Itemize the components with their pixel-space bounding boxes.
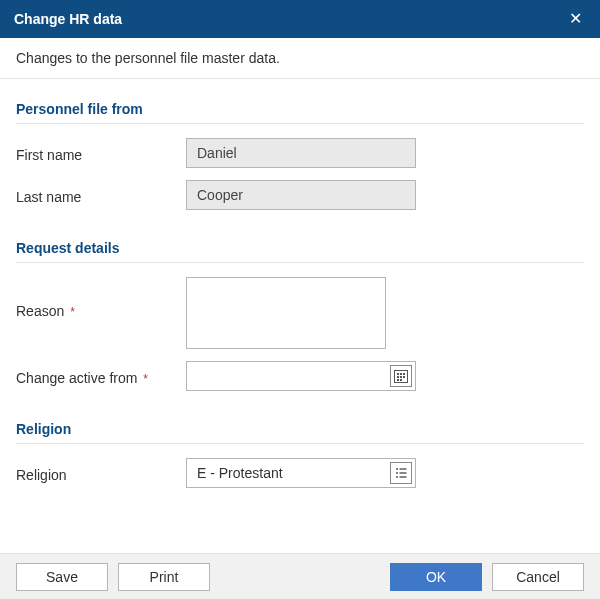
svg-rect-7 — [397, 379, 399, 381]
dialog-footer: Save Print OK Cancel — [0, 553, 600, 599]
svg-rect-4 — [397, 376, 399, 378]
svg-rect-5 — [400, 376, 402, 378]
required-marker: * — [70, 305, 75, 319]
list-picker-icon[interactable] — [390, 462, 412, 484]
svg-rect-2 — [400, 373, 402, 375]
religion-field[interactable] — [186, 458, 416, 488]
svg-point-11 — [396, 472, 398, 474]
label-change-active-from: Change active from * — [16, 366, 186, 386]
change-active-from-field[interactable] — [186, 361, 416, 391]
svg-rect-1 — [397, 373, 399, 375]
label-last-name: Last name — [16, 185, 186, 205]
label-reason-text: Reason — [16, 303, 64, 319]
dialog-titlebar: Change HR data ✕ — [0, 0, 600, 38]
ok-button[interactable]: OK — [390, 563, 482, 591]
label-reason: Reason * — [16, 277, 186, 319]
svg-rect-6 — [403, 376, 405, 378]
svg-rect-10 — [400, 468, 407, 469]
label-first-name: First name — [16, 143, 186, 163]
svg-rect-14 — [400, 476, 407, 477]
label-change-active-from-text: Change active from — [16, 370, 137, 386]
dialog-description: Changes to the personnel file master dat… — [0, 38, 600, 79]
svg-rect-12 — [400, 472, 407, 473]
reason-field[interactable] — [186, 277, 386, 349]
save-button[interactable]: Save — [16, 563, 108, 591]
dialog-content: Personnel file from First name Last name… — [0, 79, 600, 488]
last-name-field — [186, 180, 416, 210]
close-icon[interactable]: ✕ — [565, 7, 586, 31]
row-change-active-from: Change active from * — [16, 361, 584, 391]
svg-point-13 — [396, 476, 398, 478]
svg-rect-3 — [403, 373, 405, 375]
section-header-religion: Religion — [16, 403, 584, 444]
section-header-personnel-file: Personnel file from — [16, 83, 584, 124]
row-religion: Religion — [16, 458, 584, 488]
row-reason: Reason * — [16, 277, 584, 349]
religion-wrap — [186, 458, 416, 488]
cancel-button[interactable]: Cancel — [492, 563, 584, 591]
svg-rect-8 — [400, 379, 402, 381]
section-header-request-details: Request details — [16, 222, 584, 263]
change-active-from-wrap — [186, 361, 416, 391]
row-last-name: Last name — [16, 180, 584, 210]
date-picker-icon[interactable] — [390, 365, 412, 387]
print-button[interactable]: Print — [118, 563, 210, 591]
required-marker: * — [143, 372, 148, 386]
svg-point-9 — [396, 468, 398, 470]
row-first-name: First name — [16, 138, 584, 168]
dialog-title: Change HR data — [14, 11, 122, 27]
first-name-field — [186, 138, 416, 168]
label-religion: Religion — [16, 463, 186, 483]
